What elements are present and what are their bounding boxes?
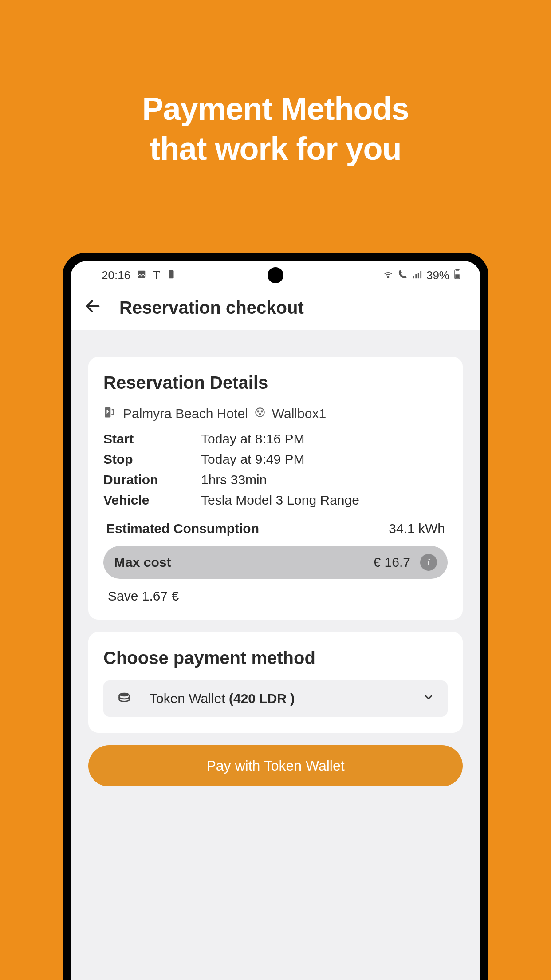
- svg-rect-6: [420, 271, 421, 278]
- max-cost-label: Max cost: [114, 555, 171, 570]
- wifi-icon: [383, 269, 394, 282]
- status-time: 20:16: [102, 269, 130, 282]
- detail-row-duration: Duration 1hrs 33min: [103, 472, 448, 487]
- selected-payment-prefix: Token Wallet: [150, 691, 229, 706]
- location-name: Palmyra Beach Hotel: [123, 406, 248, 421]
- svg-rect-1: [169, 270, 174, 278]
- battery-percent: 39%: [426, 269, 449, 282]
- svg-rect-9: [456, 275, 459, 278]
- svg-rect-5: [418, 273, 419, 278]
- duration-value: 1hrs 33min: [201, 472, 448, 487]
- duration-label: Duration: [103, 472, 201, 487]
- battery-icon: [454, 269, 461, 282]
- svg-rect-4: [415, 274, 417, 278]
- vehicle-label: Vehicle: [103, 493, 201, 508]
- start-value: Today at 8:16 PM: [201, 431, 448, 447]
- wallet-icon: [117, 690, 132, 707]
- consumption-value: 34.1 kWh: [389, 521, 445, 536]
- gallery-icon: [137, 269, 146, 282]
- reservation-details-title: Reservation Details: [103, 373, 448, 393]
- reservation-details-card: Reservation Details Palmyra Beach Hotel …: [88, 357, 463, 620]
- app-header: Reservation checkout: [71, 289, 480, 330]
- chevron-down-icon: [423, 692, 434, 706]
- svg-point-2: [387, 276, 389, 277]
- tesla-icon: T: [153, 268, 160, 282]
- page-title: Reservation checkout: [119, 298, 304, 318]
- selected-payment-text: Token Wallet (420 LDR ): [150, 691, 405, 706]
- payment-method-title: Choose payment method: [103, 648, 448, 668]
- back-button[interactable]: [84, 297, 102, 318]
- phone-screen: 20:16 T 39%: [71, 261, 480, 980]
- svg-rect-0: [138, 270, 146, 278]
- payment-method-card: Choose payment method Token Wallet (420 …: [88, 632, 463, 733]
- max-cost-value: € 16.7: [374, 555, 410, 570]
- camera-notch: [268, 267, 283, 283]
- charger-name: Wallbox1: [272, 406, 326, 421]
- save-amount: Save 1.67 €: [103, 589, 448, 604]
- signal-icon: [412, 269, 422, 282]
- svg-point-15: [259, 413, 260, 415]
- phone-device-frame: 20:16 T 39%: [63, 253, 488, 980]
- pay-button[interactable]: Pay with Token Wallet: [88, 745, 463, 786]
- status-bar: 20:16 T 39%: [71, 261, 480, 289]
- svg-rect-3: [413, 276, 414, 278]
- hero-line-1: Payment Methods: [0, 89, 551, 129]
- content-area: Reservation Details Palmyra Beach Hotel …: [71, 330, 480, 980]
- svg-point-13: [257, 411, 259, 412]
- stop-value: Today at 9:49 PM: [201, 452, 448, 467]
- estimated-consumption-row: Estimated Consumption 34.1 kWh: [103, 521, 448, 536]
- device-icon: [166, 269, 176, 282]
- status-bar-left: 20:16 T: [102, 268, 176, 282]
- vehicle-value: Tesla Model 3 Long Range: [201, 493, 448, 508]
- info-icon[interactable]: i: [420, 554, 437, 571]
- charging-station-icon: [103, 405, 117, 422]
- svg-point-16: [119, 693, 130, 697]
- status-bar-right: 39%: [383, 269, 461, 282]
- selected-payment-balance: (420 LDR ): [229, 691, 295, 706]
- svg-point-14: [261, 411, 263, 412]
- max-cost-row: Max cost € 16.7 i: [103, 546, 448, 579]
- connector-icon: [254, 406, 266, 421]
- consumption-label: Estimated Consumption: [106, 521, 259, 536]
- hero-line-2: that work for you: [0, 129, 551, 169]
- detail-row-stop: Stop Today at 9:49 PM: [103, 452, 448, 467]
- hero-headline: Payment Methods that work for you: [0, 0, 551, 169]
- stop-label: Stop: [103, 452, 201, 467]
- payment-method-select[interactable]: Token Wallet (420 LDR ): [103, 680, 448, 717]
- location-row: Palmyra Beach Hotel Wallbox1: [103, 405, 448, 422]
- detail-row-vehicle: Vehicle Tesla Model 3 Long Range: [103, 493, 448, 508]
- start-label: Start: [103, 431, 201, 447]
- detail-row-start: Start Today at 8:16 PM: [103, 431, 448, 447]
- svg-rect-8: [456, 269, 459, 270]
- call-icon: [398, 269, 408, 282]
